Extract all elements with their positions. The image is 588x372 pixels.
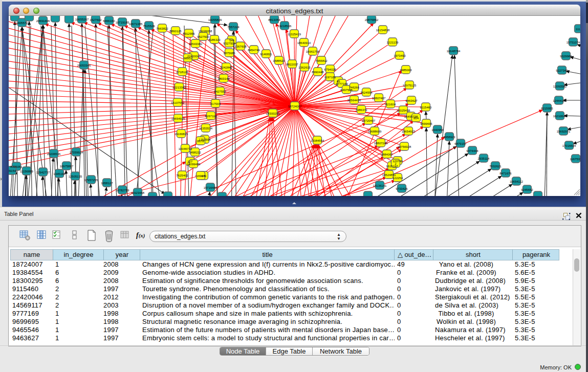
svg-text:9329966: 9329966	[560, 55, 572, 58]
svg-text:2935114: 2935114	[478, 157, 490, 160]
svg-text:12942737: 12942737	[36, 171, 50, 174]
svg-text:19384554: 19384554	[311, 139, 324, 142]
svg-text:14136141: 14136141	[373, 184, 387, 187]
svg-text:10055809: 10055809	[208, 18, 222, 21]
svg-text:18807249: 18807249	[374, 142, 388, 145]
svg-text:8678: 8678	[197, 140, 204, 143]
svg-text:7386372: 7386372	[355, 108, 367, 112]
svg-text:19756928: 19756928	[398, 145, 411, 148]
svg-text:10655267: 10655267	[75, 18, 89, 21]
svg-text:18640910: 18640910	[297, 41, 311, 45]
svg-text:1167533: 1167533	[570, 158, 580, 161]
svg-text:98901: 98901	[184, 57, 192, 60]
svg-text:1527602: 1527602	[90, 18, 102, 21]
svg-text:15720407: 15720407	[362, 119, 376, 122]
svg-text:8215955: 8215955	[541, 107, 553, 110]
svg-text:15692971: 15692971	[557, 130, 571, 133]
svg-text:16154838: 16154838	[376, 29, 390, 32]
svg-text:10046736: 10046736	[179, 147, 192, 150]
svg-text:9463627: 9463627	[405, 99, 418, 102]
svg-text:16914: 16914	[197, 174, 205, 178]
svg-text:8267110: 8267110	[205, 115, 217, 118]
svg-text:19654923: 19654923	[402, 130, 416, 133]
svg-text:2803144: 2803144	[217, 77, 230, 80]
svg-text:20053346: 20053346	[77, 64, 91, 67]
svg-text:20691406: 20691406	[36, 19, 50, 23]
svg-text:2367608: 2367608	[234, 45, 247, 48]
svg-text:15226058: 15226058	[199, 30, 212, 33]
svg-text:1362615: 1362615	[298, 66, 311, 69]
svg-text:20564436: 20564436	[347, 99, 361, 102]
svg-text:1615197: 1615197	[386, 165, 398, 168]
svg-text:6466160: 6466160	[103, 19, 115, 23]
svg-text:10807487: 10807487	[372, 97, 386, 100]
svg-text:1197181: 1197181	[324, 76, 337, 79]
svg-text:12975125: 12975125	[403, 84, 417, 87]
svg-text:8395061: 8395061	[10, 165, 23, 168]
svg-text:39154: 39154	[9, 169, 16, 172]
svg-text:9146821: 9146821	[260, 53, 272, 56]
svg-text:9527500: 9527500	[197, 35, 209, 38]
svg-text:16543382: 16543382	[189, 42, 203, 46]
svg-text:19218506: 19218506	[278, 25, 292, 28]
svg-text:17957255: 17957255	[84, 179, 98, 182]
svg-text:10719185: 10719185	[116, 21, 129, 24]
svg-text:7955812: 7955812	[315, 59, 328, 62]
svg-text:19166825: 19166825	[175, 133, 188, 136]
svg-text:1973493: 1973493	[394, 54, 406, 57]
svg-text:3624554: 3624554	[360, 91, 373, 94]
svg-text:12093582: 12093582	[553, 85, 567, 88]
svg-text:17359924: 17359924	[70, 151, 83, 154]
svg-text:9227342: 9227342	[556, 69, 568, 72]
svg-text:746266: 746266	[349, 86, 360, 89]
svg-text:15751074: 15751074	[567, 41, 580, 44]
svg-text:8912956: 8912956	[183, 32, 195, 35]
svg-text:10671385: 10671385	[129, 23, 143, 26]
svg-text:8454749: 8454749	[248, 49, 260, 52]
svg-text:8860125: 8860125	[169, 30, 182, 33]
svg-text:7663822: 7663822	[156, 27, 168, 30]
svg-text:9327508: 9327508	[223, 42, 235, 45]
svg-text:8471676: 8471676	[499, 172, 512, 175]
svg-text:10975867: 10975867	[60, 165, 74, 168]
svg-text:9884067: 9884067	[381, 153, 393, 156]
svg-text:9777169: 9777169	[336, 82, 348, 85]
svg-text:7515526: 7515526	[143, 25, 155, 28]
svg-text:8186323: 8186323	[208, 38, 221, 41]
svg-text:1221139: 1221139	[387, 41, 399, 44]
svg-text:122254: 122254	[393, 177, 403, 180]
svg-text:8990448: 8990448	[312, 71, 324, 74]
svg-text:12505135: 12505135	[69, 175, 82, 178]
svg-text:10654112: 10654112	[510, 180, 524, 183]
svg-text:14099489: 14099489	[187, 163, 201, 166]
svg-text:1244415: 1244415	[553, 99, 565, 102]
svg-text:11325419: 11325419	[288, 33, 301, 36]
svg-text:16210643: 16210643	[553, 115, 567, 118]
svg-text:12213382: 12213382	[172, 86, 186, 89]
svg-text:9699695: 9699695	[420, 122, 432, 125]
svg-text:5498222: 5498222	[189, 151, 201, 154]
svg-text:16961758: 16961758	[306, 50, 320, 53]
svg-text:17016504: 17016504	[562, 144, 576, 147]
svg-text:11353534: 11353534	[199, 127, 213, 130]
svg-text:9245652: 9245652	[521, 188, 533, 191]
svg-text:1345194: 1345194	[53, 172, 66, 176]
svg-text:8427552: 8427552	[214, 90, 226, 93]
svg-text:120746: 120746	[393, 160, 403, 163]
svg-text:7632621: 7632621	[489, 165, 502, 168]
svg-text:11923468: 11923468	[131, 191, 145, 194]
svg-text:16782759: 16782759	[116, 189, 129, 192]
svg-text:7557224: 7557224	[227, 26, 239, 29]
svg-text:6879197: 6879197	[454, 142, 467, 145]
svg-text:19654925: 19654925	[171, 117, 185, 120]
svg-text:8813054: 8813054	[268, 18, 280, 21]
svg-text:821604: 821604	[385, 103, 396, 106]
svg-text:9115460: 9115460	[420, 106, 432, 109]
svg-text:9242848: 9242848	[220, 66, 232, 69]
svg-text:1405572: 1405572	[16, 21, 28, 25]
svg-text:9733426: 9733426	[396, 187, 408, 190]
svg-text:7485003: 7485003	[400, 69, 412, 72]
svg-text:804: 804	[413, 117, 419, 120]
svg-text:6794028: 6794028	[324, 68, 336, 71]
svg-text:18724007: 18724007	[288, 105, 302, 108]
